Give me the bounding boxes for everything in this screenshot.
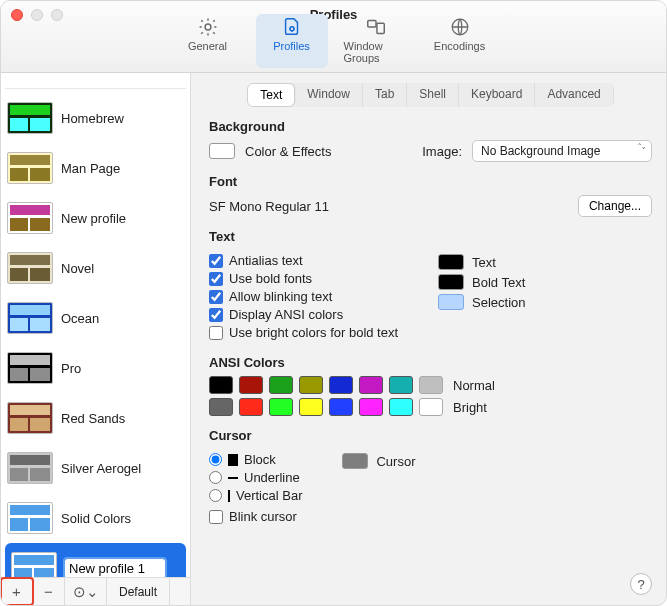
profile-name: New profile xyxy=(61,211,126,226)
ansi-color-well[interactable] xyxy=(239,398,263,416)
ansi-color-well[interactable] xyxy=(389,376,413,394)
profile-thumbnail xyxy=(7,252,53,284)
text-color-well[interactable] xyxy=(438,254,464,270)
toolbar-window-groups[interactable]: Window Groups xyxy=(340,14,412,68)
help-button[interactable]: ? xyxy=(630,573,652,595)
cursor-color-well[interactable] xyxy=(342,453,368,469)
antialias-checkbox[interactable] xyxy=(209,254,223,268)
ansi-color-well[interactable] xyxy=(269,398,293,416)
svg-point-0 xyxy=(205,24,211,30)
cursor-heading: Cursor xyxy=(209,428,652,443)
profile-thumbnail xyxy=(7,152,53,184)
font-heading: Font xyxy=(209,174,652,189)
profile-thumbnail xyxy=(7,202,53,234)
font-value: SF Mono Regular 11 xyxy=(209,199,329,214)
ansi-color-well[interactable] xyxy=(209,376,233,394)
list-top-edge xyxy=(5,83,186,89)
gear-icon xyxy=(197,16,219,38)
tab-window[interactable]: Window xyxy=(295,83,363,107)
bold-fonts-checkbox[interactable] xyxy=(209,272,223,286)
settings-tabs: TextWindowTabShellKeyboardAdvanced xyxy=(247,83,614,107)
color-effects-label: Color & Effects xyxy=(245,144,331,159)
profile-name: Silver Aerogel xyxy=(61,461,141,476)
default-profile-button[interactable]: Default xyxy=(107,578,170,605)
ansi-heading: ANSI Colors xyxy=(209,355,652,370)
change-font-button[interactable]: Change... xyxy=(578,195,652,217)
profile-row[interactable]: Homebrew xyxy=(1,93,190,143)
ansi-color-well[interactable] xyxy=(299,376,323,394)
ansi-color-well[interactable] xyxy=(329,398,353,416)
profile-actions-menu[interactable]: ⊙⌄ xyxy=(65,578,107,605)
profile-name: Homebrew xyxy=(61,111,124,126)
ansi-color-well[interactable] xyxy=(329,376,353,394)
bg-image-label: Image: xyxy=(422,144,462,159)
profile-row-editing[interactable] xyxy=(5,543,186,577)
windows-icon xyxy=(365,16,387,38)
bg-image-select[interactable]: No Background Image xyxy=(472,140,652,162)
profile-thumbnail xyxy=(7,352,53,384)
cursor-underline-icon xyxy=(228,477,238,479)
ansi-color-well[interactable] xyxy=(209,398,233,416)
bright-bold-checkbox[interactable] xyxy=(209,326,223,340)
profile-thumbnail xyxy=(7,102,53,134)
profile-row[interactable]: Pro xyxy=(1,343,190,393)
toolbar-general-label: General xyxy=(188,40,227,52)
blinking-checkbox[interactable] xyxy=(209,290,223,304)
toolbar-profiles-label: Profiles xyxy=(273,40,310,52)
profiles-list[interactable]: HomebrewMan PageNew profileNovelOceanPro… xyxy=(1,73,190,577)
profile-row[interactable]: Red Sands xyxy=(1,393,190,443)
globe-icon xyxy=(449,16,471,38)
profile-name: Man Page xyxy=(61,161,120,176)
profile-thumbnail xyxy=(7,502,53,534)
ansi-row-label: Normal xyxy=(453,378,495,393)
ansi-color-well[interactable] xyxy=(239,376,263,394)
ansi-color-well[interactable] xyxy=(389,398,413,416)
tab-tab[interactable]: Tab xyxy=(363,83,407,107)
selection-color-well[interactable] xyxy=(438,294,464,310)
text-heading: Text xyxy=(209,229,652,244)
background-heading: Background xyxy=(209,119,652,134)
ansi-color-well[interactable] xyxy=(299,398,323,416)
toolbar-profiles[interactable]: Profiles xyxy=(256,14,328,68)
tab-advanced[interactable]: Advanced xyxy=(535,83,613,107)
ansi-checkbox[interactable] xyxy=(209,308,223,322)
ansi-color-well[interactable] xyxy=(359,398,383,416)
profile-row[interactable]: Ocean xyxy=(1,293,190,343)
profile-name-input[interactable] xyxy=(65,559,165,578)
ansi-color-well[interactable] xyxy=(269,376,293,394)
profile-row[interactable]: Man Page xyxy=(1,143,190,193)
profile-row[interactable]: Silver Aerogel xyxy=(1,443,190,493)
tab-shell[interactable]: Shell xyxy=(407,83,459,107)
cursor-vbar-icon xyxy=(228,490,230,502)
tab-text[interactable]: Text xyxy=(247,83,295,107)
cursor-vbar-radio[interactable] xyxy=(209,489,222,502)
tab-keyboard[interactable]: Keyboard xyxy=(459,83,535,107)
profile-name: Pro xyxy=(61,361,81,376)
document-gear-icon xyxy=(281,16,303,38)
background-color-well[interactable] xyxy=(209,143,235,159)
bold-color-well[interactable] xyxy=(438,274,464,290)
profile-thumbnail xyxy=(7,302,53,334)
toolbar-encodings[interactable]: Encodings xyxy=(424,14,496,68)
profile-row[interactable]: Solid Colors xyxy=(1,493,190,543)
toolbar-encodings-label: Encodings xyxy=(434,40,485,52)
toolbar-general[interactable]: General xyxy=(172,14,244,68)
cursor-block-radio[interactable] xyxy=(209,453,222,466)
ansi-color-well[interactable] xyxy=(419,376,443,394)
toolbar-window-groups-label: Window Groups xyxy=(344,40,408,64)
ansi-color-well[interactable] xyxy=(419,398,443,416)
profile-name: Ocean xyxy=(61,311,99,326)
ansi-color-well[interactable] xyxy=(359,376,383,394)
ansi-row-label: Bright xyxy=(453,400,487,415)
remove-profile-button[interactable]: − xyxy=(33,578,65,605)
profile-name: Solid Colors xyxy=(61,511,131,526)
profile-row[interactable]: New profile xyxy=(1,193,190,243)
profile-name: Novel xyxy=(61,261,94,276)
svg-rect-2 xyxy=(367,21,375,27)
profile-thumbnail xyxy=(7,452,53,484)
add-profile-button[interactable]: + xyxy=(1,578,33,605)
cursor-underline-radio[interactable] xyxy=(209,471,222,484)
blink-cursor-checkbox[interactable] xyxy=(209,510,223,524)
svg-point-1 xyxy=(289,27,293,31)
profile-row[interactable]: Novel xyxy=(1,243,190,293)
